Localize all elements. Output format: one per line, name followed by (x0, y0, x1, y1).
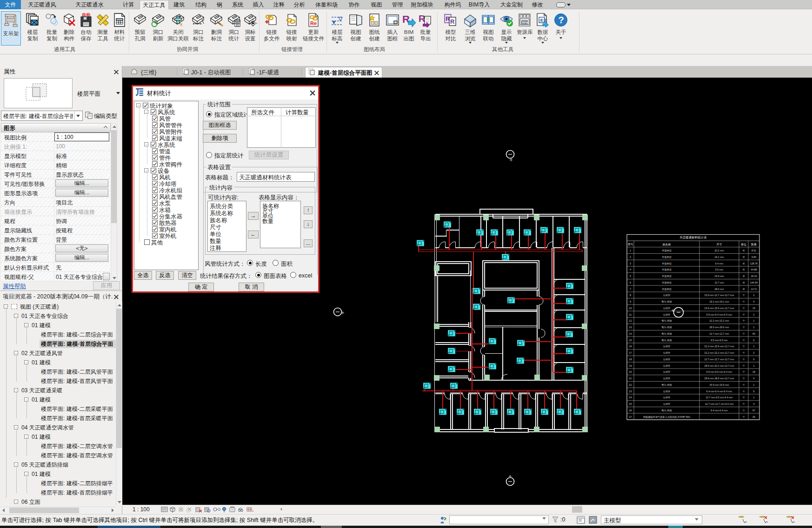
svg-text:x: x (180, 22, 183, 27)
svg-text:2: 2 (630, 256, 631, 258)
svg-text:智能感知环保气流嵌入式室内机 (FXFB*-BA): 智能感知环保气流嵌入式室内机 (FXFB*-BA) (643, 416, 691, 419)
svg-text:米: 米 (742, 256, 745, 258)
svg-text:9.5 mm-9.5 mm: 9.5 mm-9.5 mm (711, 339, 727, 342)
svg-text:6: 6 (753, 339, 755, 342)
svg-text:管道类型: 管道类型 (662, 281, 672, 284)
svg-text:弯头-焊接: 弯头-焊接 (661, 409, 672, 412)
svg-text:28.6 mm: 28.6 mm (714, 288, 724, 290)
svg-text:6.4 mm-6.4 mm: 6.4 mm-6.4 mm (711, 409, 727, 412)
svg-text:9.5 mm-6.4 mm-6.4 mm: 9.5 mm-6.4 mm-6.4 mm (706, 313, 732, 316)
svg-text:分歧管: 分歧管 (663, 377, 671, 380)
svg-text:天正: 天正 (539, 19, 548, 23)
svg-text:28.6 mm-22.2 mm-12.7 mm: 28.6 mm-22.2 mm-12.7 mm (705, 364, 734, 367)
svg-text:18: 18 (752, 370, 755, 373)
svg-text:17: 17 (629, 351, 632, 354)
svg-text:15.9 mm: 15.9 mm (714, 275, 724, 277)
svg-text:个: 个 (742, 351, 745, 354)
svg-text:1: 1 (630, 249, 631, 252)
svg-text:20: 20 (629, 370, 632, 373)
svg-text:9.5 mm-9.5 mm-6.4 mm: 9.5 mm-9.5 mm-6.4 mm (706, 370, 732, 373)
svg-text:7: 7 (630, 288, 631, 290)
svg-text:15.9 mm-15.9 mm-12.7 mm: 15.9 mm-15.9 mm-12.7 mm (705, 307, 734, 310)
svg-text:16: 16 (629, 345, 632, 348)
svg-text:15.9 mm-12.7 mm-12.7 mm: 15.9 mm-12.7 mm-12.7 mm (705, 294, 734, 297)
svg-text:个: 个 (742, 300, 745, 303)
svg-text:数量: 数量 (751, 243, 757, 246)
svg-text:6: 6 (630, 281, 631, 284)
svg-text:米: 米 (742, 249, 745, 252)
svg-text:个: 个 (742, 345, 745, 348)
svg-text:管道类型: 管道类型 (662, 275, 672, 278)
svg-text:12.7 mm-12.7 mm-12.7 mm: 12.7 mm-12.7 mm-12.7 mm (705, 358, 734, 361)
svg-text:10: 10 (629, 307, 632, 310)
svg-text:弯头-焊接: 弯头-焊接 (661, 332, 672, 336)
svg-text:分歧管: 分歧管 (663, 390, 671, 393)
svg-text:尺寸: 尺寸 (717, 243, 722, 246)
svg-text:6.4 mm: 6.4 mm (715, 262, 723, 265)
svg-text:Re: Re (310, 20, 317, 26)
svg-text:分歧管: 分歧管 (663, 294, 671, 297)
svg-text:分歧管: 分歧管 (663, 358, 671, 361)
svg-text:单位: 单位 (741, 243, 746, 246)
svg-text:2: 2 (753, 313, 755, 316)
svg-text:1: 1 (753, 383, 755, 386)
svg-text:个: 个 (742, 319, 745, 322)
svg-text:15.9 mm-15.9 mm: 15.9 mm-15.9 mm (709, 383, 729, 386)
svg-text:?: ? (559, 15, 564, 25)
svg-text:4: 4 (753, 377, 755, 380)
svg-text:23: 23 (629, 390, 632, 393)
svg-text:22.2 mm: 22.2 mm (714, 249, 724, 252)
svg-text:6.4 mm-6.4 mm-6.4 mm: 6.4 mm-6.4 mm-6.4 mm (706, 390, 732, 393)
svg-text:管道类型: 管道类型 (662, 256, 672, 259)
svg-text:22.2 mm-22.2 mm-12.7 mm: 22.2 mm-22.2 mm-12.7 mm (705, 351, 734, 354)
svg-text:28.6 mm-28.6 mm: 28.6 mm-28.6 mm (709, 326, 729, 329)
svg-text:管道类型: 管道类型 (662, 262, 672, 265)
svg-text:19: 19 (629, 364, 632, 367)
svg-text:24: 24 (629, 396, 632, 399)
svg-text:天正暖通材料统计表: 天正暖通材料统计表 (679, 236, 707, 239)
svg-text:35: 35 (752, 416, 755, 418)
svg-text:管道类型: 管道类型 (662, 288, 672, 291)
svg-text:4: 4 (630, 268, 631, 271)
svg-text:22: 22 (629, 383, 632, 386)
svg-text:个: 个 (742, 403, 745, 405)
svg-text:分歧管: 分歧管 (663, 307, 671, 310)
svg-text:个: 个 (742, 390, 745, 393)
svg-text:12.7 mm: 12.7 mm (714, 281, 724, 284)
svg-text:个: 个 (742, 326, 745, 329)
svg-text:14.71: 14.71 (751, 288, 757, 290)
svg-text:3: 3 (630, 262, 631, 265)
svg-text:13: 13 (629, 326, 632, 329)
svg-text:4: 4 (753, 403, 755, 405)
svg-text:分歧管: 分歧管 (663, 370, 671, 374)
svg-text:序号: 序号 (628, 243, 633, 246)
svg-text:1: 1 (753, 364, 755, 367)
svg-text:128.76: 128.76 (750, 262, 758, 265)
svg-text:8: 8 (630, 294, 631, 297)
svg-text:18: 18 (629, 358, 632, 361)
svg-text:个: 个 (742, 364, 745, 367)
svg-text:55: 55 (752, 332, 755, 335)
svg-text:弯头-焊接: 弯头-焊接 (661, 300, 672, 304)
svg-text:22.2 mm-15.9 mm-12.7 mm: 22.2 mm-15.9 mm-12.7 mm (705, 345, 734, 348)
svg-text:个: 个 (742, 396, 745, 399)
svg-text:4: 4 (753, 300, 755, 303)
svg-text:个: 个 (742, 416, 745, 418)
svg-text:个: 个 (742, 377, 745, 380)
svg-text:个: 个 (742, 339, 745, 342)
svg-text:8.51: 8.51 (752, 249, 756, 252)
svg-text:26.23: 26.23 (751, 275, 757, 277)
svg-text:9.5 mm: 9.5 mm (715, 268, 723, 271)
svg-text:19.1 mm: 19.1 mm (714, 256, 724, 258)
svg-text:9.84: 9.84 (752, 256, 756, 258)
svg-text:19.1 mm-19.1 mm: 19.1 mm-19.1 mm (709, 300, 729, 303)
svg-text:2: 2 (753, 294, 755, 297)
svg-text:分歧管: 分歧管 (663, 351, 671, 355)
svg-text:21: 21 (629, 377, 632, 380)
svg-text:RFA: RFA (522, 21, 528, 24)
svg-text:分歧管: 分歧管 (663, 345, 671, 348)
svg-text:5: 5 (630, 275, 631, 277)
svg-text:12: 12 (629, 319, 632, 322)
svg-text:米: 米 (742, 281, 745, 284)
svg-text:个: 个 (742, 332, 745, 335)
